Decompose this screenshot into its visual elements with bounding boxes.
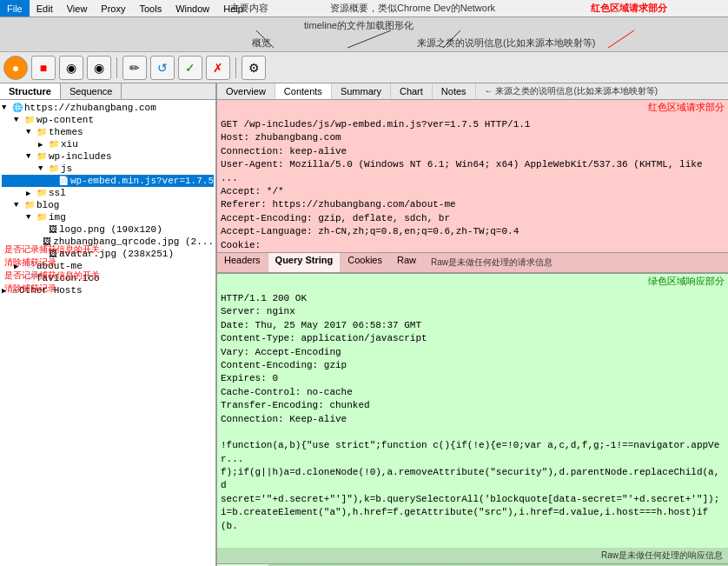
left-tabs: Structure Sequence <box>0 83 215 100</box>
svg-line-2 <box>443 30 460 48</box>
menu-window[interactable]: Window <box>169 0 216 17</box>
tree-item-avatar[interactable]: 🖼 avatar.jpg (238x251) <box>2 248 214 260</box>
toolbar: ● ■ ◉ ◉ ✏ ↺ ✓ ✗ ⚙ 概览 来源之类的说明信息(比如来源本地映射等… <box>0 52 728 83</box>
tree-item-js[interactable]: ▼ 📁 js <box>2 163 214 175</box>
tab-contents[interactable]: Contents <box>275 83 332 99</box>
request-line-4: User-Agent: Mozilla/5.0 (Windows NT 6.1;… <box>221 158 725 185</box>
menu-file[interactable]: File <box>0 0 30 17</box>
resp-line-8: Cache-Control: no-cache <box>221 386 725 399</box>
request-label-row: 红色区域请求部分 <box>217 100 728 115</box>
expand-icon: ▶ <box>26 189 36 198</box>
folder-icon: 📁 <box>24 115 35 125</box>
main-window: File Edit View Proxy Tools Window Help 主… <box>0 0 728 566</box>
stop-btn[interactable]: ■ <box>31 56 56 80</box>
response-content[interactable]: HTTP/1.1 200 OK Server: nginx Date: Thu,… <box>217 289 728 548</box>
response-area: 绿色区域响应部分 HTTP/1.1 200 OK Server: nginx D… <box>217 274 728 566</box>
tree-label: themes <box>49 127 83 137</box>
settings-btn[interactable]: ⚙ <box>242 56 266 80</box>
request-line-6: Referer: https://zhubangbang.com/about-m… <box>221 198 725 211</box>
image-icon: 🖼 <box>49 249 57 259</box>
tree-label: logo.png (190x120) <box>59 224 162 235</box>
globe-icon: 🌐 <box>12 103 23 113</box>
tree-label: about-me <box>36 261 83 271</box>
menu-proxy[interactable]: Proxy <box>94 0 132 17</box>
menu-tools[interactable]: Tools <box>132 0 169 17</box>
tree-item-favicon[interactable]: 📄 favicon.ico <box>2 272 214 284</box>
menu-view[interactable]: View <box>60 0 95 17</box>
tree-item-wpcontent[interactable]: ▼ 📁 wp-content <box>2 114 214 126</box>
request-line-7: Accept-Encoding: gzip, deflate, sdch, br <box>221 212 725 225</box>
tree-item-logo[interactable]: 🖼 logo.png (190x120) <box>2 223 214 236</box>
request-line-3: Connection: keep-alive <box>221 145 725 158</box>
req-tab-cookies[interactable]: Cookies <box>341 253 390 272</box>
red-area-label: 红色区域请求部分 <box>648 101 725 114</box>
tree-item-xiu[interactable]: ▶ 📁 xiu <box>2 138 214 150</box>
tab-structure[interactable]: Structure <box>0 83 61 99</box>
top-tabs: Overview Contents Summary Chart Notes ← … <box>217 83 728 100</box>
folder-icon: 📁 <box>36 127 47 137</box>
green-area-label: 绿色区域响应部分 <box>648 275 725 288</box>
tab-notes[interactable]: Notes <box>433 83 476 99</box>
image-icon: 🖼 <box>49 224 57 235</box>
resp-line-13: f);if(g||h)a=d.cloneNode(!0),a.removeAtt… <box>221 466 725 493</box>
resp-line-1: HTTP/1.1 200 OK <box>221 292 725 305</box>
tree-item-themes[interactable]: ▼ 📁 themes <box>2 126 214 138</box>
tree-item-ssl[interactable]: ▶ 📁 ssl <box>2 187 214 199</box>
tree-label: img <box>49 212 66 223</box>
resp-line-10: Connection: Keep-alive <box>221 413 725 426</box>
menu-help[interactable]: Help <box>216 0 250 17</box>
resp-line-5: Vary: Accept-Encoding <box>221 346 725 359</box>
btn3[interactable]: ◉ <box>59 56 83 80</box>
svg-line-0 <box>256 30 274 48</box>
tree-item-root[interactable]: ▼ 🌐 https://zhubangbang.com <box>2 102 214 114</box>
tree-item-otherhosts[interactable]: ▶ ⚠ Other Hosts <box>2 284 214 296</box>
response-label-row: 绿色区域响应部分 <box>217 274 728 289</box>
resp-line-14: secret='"+d.secret+"']"),k=b.querySelect… <box>221 493 725 506</box>
capture-toggle-btn[interactable]: ● <box>3 56 28 80</box>
expand-icon: ▼ <box>38 164 49 173</box>
request-content[interactable]: GET /wp-includes/js/wp-embed.min.js?ver=… <box>217 115 728 252</box>
tree-item-wpembed[interactable]: 📄 wp-embed.min.js?ver=1.7.5 <box>2 175 214 187</box>
confirm-btn[interactable]: ✓ <box>178 56 202 80</box>
expand-icon: ▼ <box>2 103 12 112</box>
annotation-arrows <box>0 17 728 52</box>
tree-label: ssl <box>49 188 66 198</box>
request-line-5: Accept: */* <box>221 185 725 198</box>
tab-overview[interactable]: Overview <box>217 83 275 99</box>
btn4[interactable]: ◉ <box>87 56 111 80</box>
req-tab-headers[interactable]: Headers <box>217 253 268 272</box>
tree-item-img[interactable]: ▼ 📁 img <box>2 211 214 223</box>
tab-summary[interactable]: Summary <box>332 83 391 99</box>
tree-label: Other Hosts <box>19 285 83 296</box>
tree-label: https://zhubangbang.com <box>24 103 156 113</box>
tree-label: favicon.ico <box>36 273 100 283</box>
req-tab-querystring[interactable]: Query String <box>268 253 341 272</box>
tree-item-blog[interactable]: ▼ 📁 blog <box>2 199 214 211</box>
folder-icon: 📁 <box>49 163 59 174</box>
cancel-btn[interactable]: ✗ <box>206 56 230 80</box>
folder-icon: 📁 <box>49 139 59 150</box>
request-line-9: Cookie: <box>221 239 725 252</box>
resp-line-3: Date: Thu, 25 May 2017 06:58:37 GMT <box>221 319 725 332</box>
tree-item-wpincludes[interactable]: ▼ 📁 wp-includes <box>2 150 214 163</box>
req-tab-raw[interactable]: Raw <box>390 253 424 272</box>
tab-sequence[interactable]: Sequence <box>61 83 122 99</box>
tree-area[interactable]: ▼ 🌐 https://zhubangbang.com ▼ 📁 wp-conte… <box>0 100 215 566</box>
resp-line-15: i=b.createElement("a"),h.href=f.getAttri… <box>221 506 725 533</box>
expand-icon: ▶ <box>2 286 12 296</box>
edit-btn[interactable]: ✏ <box>122 56 147 80</box>
annot-resource: 资源概要，类似Chrome Dev的Network <box>330 2 495 15</box>
expand-icon: ▼ <box>14 201 24 210</box>
tree-label: wp-content <box>36 115 94 125</box>
tree-item-aboutme[interactable]: ▶ 📄 about-me <box>2 260 214 272</box>
tab-chart[interactable]: Chart <box>391 83 433 99</box>
resp-raw-note-bar: Raw是未做任何处理的响应信息 <box>217 548 728 563</box>
refresh-btn[interactable]: ↺ <box>150 56 175 80</box>
svg-line-3 <box>608 30 634 48</box>
page-icon: 📄 <box>24 273 35 283</box>
tree-item-qrcode[interactable]: 🖼 zhubangbang_qrcode.jpg (2... <box>2 236 214 248</box>
folder-icon: 📁 <box>36 151 47 162</box>
menu-edit[interactable]: Edit <box>30 0 60 17</box>
folder-icon: 📁 <box>36 212 47 223</box>
annot-timeline: timeline的文件加载图形化 <box>304 19 414 32</box>
